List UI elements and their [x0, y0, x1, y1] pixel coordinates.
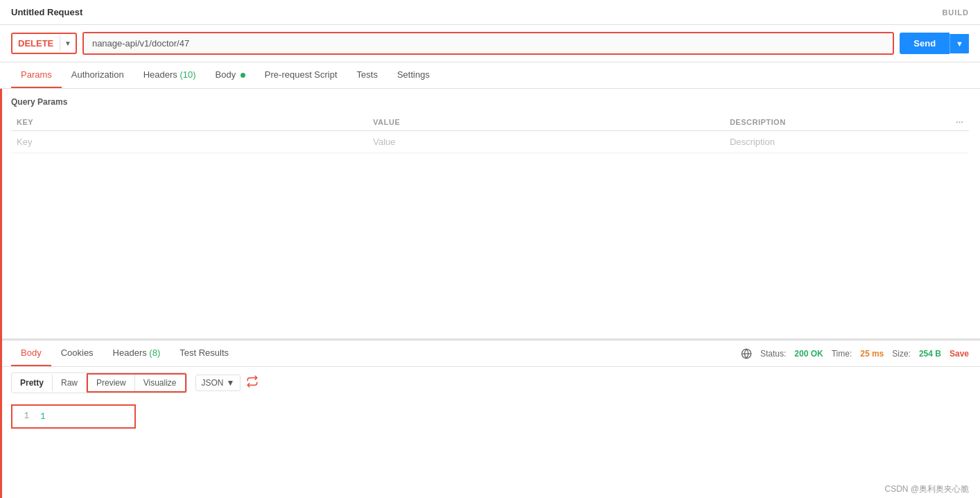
tab-pre-request[interactable]: Pre-request Script [255, 62, 347, 88]
params-table: KEY VALUE DESCRIPTION ··· [11, 114, 969, 153]
request-bar: DELETE GET POST PUT PATCH ▼ Send ▼ [0, 25, 980, 62]
param-more-cell [950, 131, 969, 153]
json-format-label: JSON [202, 378, 224, 388]
url-container [82, 32, 894, 55]
col-header-desc: DESCRIPTION [724, 114, 950, 131]
method-dropdown-button[interactable]: ▼ [60, 35, 76, 51]
json-dropdown-icon: ▼ [227, 378, 235, 388]
globe-icon [741, 348, 752, 359]
save-link[interactable]: Save [950, 349, 969, 359]
col-header-key: KEY [11, 114, 367, 131]
watermark: CSDN @奥利奥夹心脆 [0, 481, 980, 498]
param-key-cell[interactable] [11, 131, 367, 153]
tab-body[interactable]: Body [206, 62, 255, 88]
param-value-cell[interactable] [367, 131, 724, 153]
param-key-input[interactable] [17, 137, 362, 147]
col-header-more: ··· [950, 114, 969, 131]
tab-settings[interactable]: Settings [387, 62, 439, 88]
table-row [11, 131, 969, 153]
format-tab-visualize[interactable]: Visualize [135, 375, 185, 391]
url-input[interactable] [84, 33, 893, 53]
code-line: 1 1 [18, 411, 129, 422]
response-tab-test-results[interactable]: Test Results [170, 341, 238, 366]
code-content: 1 [40, 411, 46, 422]
format-tab-preview[interactable]: Preview [88, 375, 135, 391]
request-title: Untitled Request [11, 7, 82, 17]
status-value: 200 OK [794, 349, 823, 359]
tab-authorization[interactable]: Authorization [62, 62, 134, 88]
time-label: Time: [832, 349, 852, 359]
param-desc-cell[interactable] [724, 131, 950, 153]
size-value: 254 B [919, 349, 941, 359]
request-params-area: Query Params KEY VALUE DESCRIPTION [0, 89, 980, 338]
response-tab-headers[interactable]: Headers (8) [103, 341, 170, 366]
response-section: Body Cookies Headers (8) Test Results [0, 338, 980, 498]
method-container[interactable]: DELETE GET POST PUT PATCH ▼ [11, 33, 77, 54]
method-select[interactable]: DELETE GET POST PUT PATCH [12, 34, 60, 53]
format-tab-raw[interactable]: Raw [53, 375, 87, 391]
tab-headers[interactable]: Headers (10) [134, 62, 206, 88]
send-button[interactable]: Send [900, 33, 950, 54]
main-content: Query Params KEY VALUE DESCRIPTION [0, 89, 980, 498]
query-params-title: Query Params [11, 97, 969, 107]
wrap-button[interactable] [246, 375, 259, 390]
wrap-icon [246, 375, 259, 388]
col-header-value: VALUE [367, 114, 724, 131]
status-label: Status: [760, 349, 786, 359]
tab-params[interactable]: Params [11, 62, 62, 88]
response-tab-cookies[interactable]: Cookies [51, 341, 103, 366]
param-desc-input[interactable] [730, 137, 945, 147]
response-tab-body[interactable]: Body [11, 341, 51, 366]
send-button-container: Send ▼ [900, 33, 969, 54]
code-output-box: 1 1 [11, 404, 136, 429]
response-body-toolbar: Pretty Raw Preview Visualize JSON ▼ [0, 367, 980, 399]
json-format-selector[interactable]: JSON ▼ [195, 375, 241, 391]
size-label: Size: [892, 349, 911, 359]
format-tab-pretty[interactable]: Pretty [12, 375, 53, 391]
query-params-section: Query Params KEY VALUE DESCRIPTION [0, 89, 980, 153]
preview-visualize-box: Preview Visualize [87, 373, 186, 393]
response-status-bar: Status: 200 OK Time: 25 ms Size: 254 B S… [741, 348, 969, 359]
format-tabs: Pretty Raw Preview Visualize [11, 372, 187, 393]
time-value: 25 ms [860, 349, 884, 359]
send-dropdown-button[interactable]: ▼ [950, 34, 969, 53]
build-label: BUILD [942, 8, 969, 17]
request-tabs: Params Authorization Headers (10) Body P… [0, 62, 980, 89]
top-bar: Untitled Request BUILD [0, 0, 980, 25]
response-tabs-bar: Body Cookies Headers (8) Test Results [0, 341, 980, 367]
line-number: 1 [18, 411, 29, 421]
tab-tests[interactable]: Tests [347, 62, 387, 88]
code-area: 1 1 [0, 399, 980, 481]
body-dot [240, 73, 245, 78]
param-value-input[interactable] [373, 137, 719, 147]
